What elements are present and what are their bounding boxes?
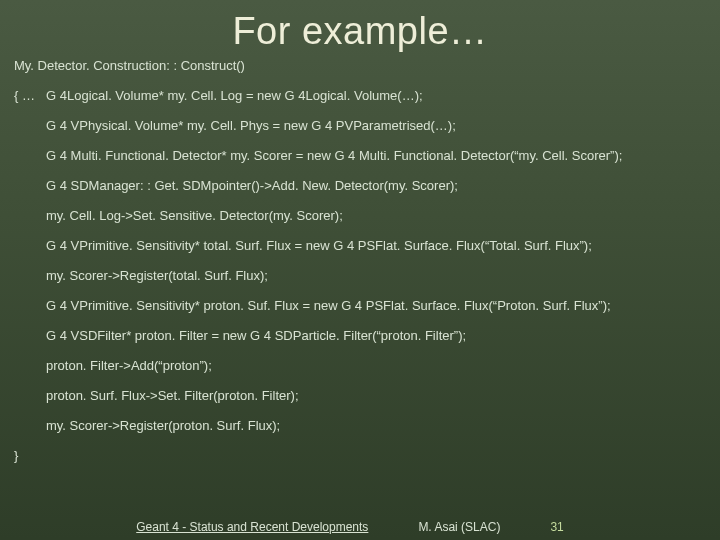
code-line: G 4 SDManager: : Get. SDMpointer()->Add.… — [14, 179, 706, 192]
code-line: G 4 VPrimitive. Sensitivity* total. Surf… — [14, 239, 706, 252]
code-text: My. Detector. Construction: : Construct(… — [14, 59, 245, 72]
code-text: my. Scorer->Register(total. Surf. Flux); — [46, 269, 268, 282]
code-line: my. Scorer->Register(total. Surf. Flux); — [14, 269, 706, 282]
code-brace-close: } — [14, 449, 18, 462]
code-line: G 4 VSDFilter* proton. Filter = new G 4 … — [14, 329, 706, 342]
code-line: my. Cell. Log->Set. Sensitive. Detector(… — [14, 209, 706, 222]
code-text: G 4 VPrimitive. Sensitivity* proton. Suf… — [46, 299, 611, 312]
code-line: my. Scorer->Register(proton. Surf. Flux)… — [14, 419, 706, 432]
code-text: G 4 SDManager: : Get. SDMpointer()->Add.… — [46, 179, 458, 192]
code-text: my. Scorer->Register(proton. Surf. Flux)… — [46, 419, 280, 432]
code-line: proton. Surf. Flux->Set. Filter(proton. … — [14, 389, 706, 402]
slide: For example… My. Detector. Construction:… — [0, 0, 720, 540]
code-text: proton. Surf. Flux->Set. Filter(proton. … — [46, 389, 299, 402]
code-line: proton. Filter->Add(“proton”); — [14, 359, 706, 372]
code-text: G 4 Multi. Functional. Detector* my. Sco… — [46, 149, 622, 162]
code-brace-open: { … — [14, 89, 46, 102]
footer-title: Geant 4 - Status and Recent Developments — [136, 520, 368, 534]
code-text: my. Cell. Log->Set. Sensitive. Detector(… — [46, 209, 343, 222]
footer-page-number: 31 — [550, 520, 563, 534]
slide-body: My. Detector. Construction: : Construct(… — [0, 59, 720, 462]
code-text: G 4 VPrimitive. Sensitivity* total. Surf… — [46, 239, 592, 252]
code-text: G 4Logical. Volume* my. Cell. Log = new … — [46, 89, 423, 102]
code-line: G 4 VPrimitive. Sensitivity* proton. Suf… — [14, 299, 706, 312]
code-text: G 4 VSDFilter* proton. Filter = new G 4 … — [46, 329, 466, 342]
code-line: { … G 4Logical. Volume* my. Cell. Log = … — [14, 89, 706, 102]
code-text: proton. Filter->Add(“proton”); — [46, 359, 212, 372]
slide-footer: Geant 4 - Status and Recent Developments… — [0, 520, 720, 534]
slide-title: For example… — [0, 0, 720, 59]
code-line: G 4 Multi. Functional. Detector* my. Sco… — [14, 149, 706, 162]
footer-author: M. Asai (SLAC) — [418, 520, 500, 534]
code-line: G 4 VPhysical. Volume* my. Cell. Phys = … — [14, 119, 706, 132]
code-text: G 4 VPhysical. Volume* my. Cell. Phys = … — [46, 119, 456, 132]
code-line: My. Detector. Construction: : Construct(… — [14, 59, 706, 72]
code-line: } — [14, 449, 706, 462]
